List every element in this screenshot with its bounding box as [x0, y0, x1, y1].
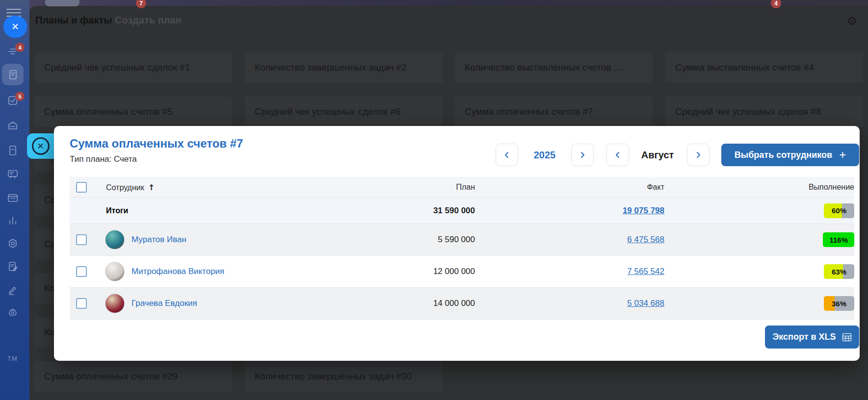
sidebar-item-contracts[interactable]	[2, 256, 24, 277]
employee-name-link[interactable]: Муратов Иван	[132, 235, 186, 245]
year-next-button[interactable]	[571, 144, 594, 166]
completion-badge: 116%	[823, 232, 854, 247]
plan-card[interactable]: Сумма оплаченных счетов #7	[455, 97, 653, 127]
presentation-board-icon	[6, 168, 19, 180]
totals-label: Итоги	[106, 206, 128, 215]
close-pill-button[interactable]: ✕	[3, 16, 27, 38]
fact-link[interactable]: 6 475 568	[627, 235, 664, 245]
chevron-left-icon	[503, 151, 510, 158]
month-prev-button[interactable]	[606, 144, 629, 166]
completion-badge: 63%	[824, 264, 854, 279]
sidebar-footer-tm: TM	[7, 355, 18, 362]
sidebar-item-settings-hub[interactable]	[2, 233, 24, 254]
column-plan: План	[456, 183, 475, 192]
plan-card[interactable]: Средний чек успешных сделок #6	[245, 97, 443, 127]
close-circle-icon: ✕	[32, 137, 50, 155]
sidebar-badge-menu: 4	[15, 43, 25, 52]
sidebar-item-sign[interactable]	[2, 279, 24, 300]
employees-table: Сотрудник↑ План Факт Выполнение Итоги 31…	[70, 177, 854, 320]
chevron-left-icon	[614, 151, 621, 158]
export-xls-button[interactable]: Экспорт в XLS	[765, 325, 859, 349]
employee-name-link[interactable]: Грачева Евдокия	[132, 299, 197, 308]
sort-ascending-icon[interactable]: ↑	[148, 182, 155, 192]
settings-gear-icon[interactable]: ⚙	[847, 15, 857, 27]
employee-row: Грачева Евдокия 14 000 000 5 034 688 36%	[70, 288, 854, 320]
hexagon-icon	[6, 237, 19, 250]
row-checkbox[interactable]	[76, 234, 87, 245]
bar-chart-icon	[6, 214, 19, 227]
plan-card[interactable]: Количество выставленных счетов ...	[455, 52, 653, 83]
employee-row: Митрофанова Виктория 12 000 000 7 565 54…	[70, 256, 854, 288]
sidebar-item-presentation[interactable]	[2, 163, 24, 185]
document-edit-icon	[6, 260, 19, 273]
avatar	[105, 262, 125, 281]
garage-icon	[6, 119, 19, 132]
document-icon	[6, 68, 19, 81]
employee-row: Муратов Иван 5 590 000 6 475 568 116%	[70, 224, 854, 256]
sidebar-item-documents[interactable]	[2, 140, 24, 161]
screen: 7 4 Планы и факты Создать план ⚙ Средний…	[0, 0, 868, 400]
completion-badge: 60%	[824, 203, 854, 218]
tab-plans-and-facts[interactable]: Планы и факты	[35, 15, 112, 26]
calendar-icon	[6, 192, 19, 204]
plan-card[interactable]: Сумма оплаченных счетов #29	[34, 361, 232, 392]
chevron-right-icon	[695, 151, 702, 158]
avatar	[105, 230, 125, 250]
plan-details-modal: Сумма оплаченных счетов #7 Тип плана: Сч…	[54, 126, 860, 361]
select-employees-label: Выбрать сотрудников	[735, 150, 832, 160]
plan-value: 12 000 000	[433, 267, 475, 276]
fact-link[interactable]: 7 565 542	[627, 267, 664, 276]
plan-value: 5 590 000	[438, 235, 475, 245]
year-prev-button[interactable]	[496, 144, 518, 166]
column-employee[interactable]: Сотрудник↑	[106, 182, 155, 192]
plan-card[interactable]: Средний чек успешных сделок #1	[34, 52, 232, 83]
totals-fact-link[interactable]: 19 075 798	[623, 206, 664, 216]
completion-badge: 36%	[824, 296, 854, 311]
sidebar-item-bot[interactable]	[2, 301, 24, 323]
top-cropped-button	[45, 0, 79, 6]
sidebar-item-storage[interactable]	[2, 115, 24, 136]
column-employee-label: Сотрудник	[106, 183, 144, 191]
chevron-right-icon	[579, 151, 586, 158]
tab-create-plan[interactable]: Создать план	[115, 15, 182, 26]
select-employees-button[interactable]: Выбрать сотрудников +	[721, 144, 859, 166]
avatar	[105, 294, 125, 313]
plan-card[interactable]: Количество завершенных задач #2	[245, 52, 443, 83]
close-x-glyph: ✕	[37, 141, 44, 151]
modal-title: Сумма оплаченных счетов #7	[70, 137, 243, 150]
sidebar-item-calendar[interactable]	[2, 187, 24, 209]
pencil-icon	[6, 283, 19, 296]
file-icon	[6, 144, 19, 157]
year-label: 2025	[521, 144, 568, 166]
sidebar-item-reports[interactable]	[2, 210, 24, 231]
totals-row: Итоги 31 590 000 19 075 798 60%	[70, 198, 854, 224]
totals-plan-value: 31 590 000	[433, 206, 475, 216]
select-all-checkbox[interactable]	[76, 182, 87, 193]
robot-icon	[6, 306, 19, 319]
sidebar-badge-tasks: 5	[15, 92, 25, 101]
month-label: Август	[632, 144, 683, 166]
plan-card[interactable]: Сумма оплаченных счетов #5	[34, 97, 232, 127]
sidebar-item-plans[interactable]	[2, 64, 24, 85]
row-checkbox[interactable]	[76, 298, 87, 309]
plan-value: 14 000 000	[433, 299, 475, 308]
export-xls-label: Экспорт в XLS	[772, 332, 836, 342]
fact-link[interactable]: 5 034 688	[627, 299, 664, 308]
modal-close-tab[interactable]: ✕	[27, 133, 54, 159]
spreadsheet-icon	[842, 333, 852, 342]
month-next-button[interactable]	[687, 144, 710, 166]
modal-subtitle: Тип плана: Счета	[70, 154, 137, 164]
column-fact: Факт	[647, 183, 664, 192]
plan-card[interactable]: Средний чек успешных сделок #8	[665, 97, 863, 127]
plan-card[interactable]: Количество завершенных задач #30	[245, 361, 443, 392]
hamburger-menu-icon[interactable]	[6, 6, 21, 16]
sidebar: ✕ 4 5	[0, 0, 29, 400]
row-checkbox[interactable]	[76, 266, 87, 277]
column-completion: Выполнение	[809, 183, 854, 192]
table-header-row: Сотрудник↑ План Факт Выполнение	[70, 177, 854, 198]
plan-card[interactable]: Сумма выставленных счетов #4	[665, 52, 863, 83]
employee-name-link[interactable]: Митрофанова Виктория	[132, 267, 224, 276]
close-x-icon: ✕	[11, 21, 19, 32]
